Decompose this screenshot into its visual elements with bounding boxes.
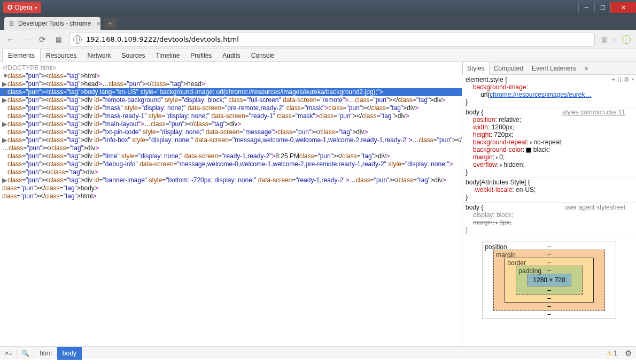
tab-elements[interactable]: Elements	[2, 49, 41, 62]
search-button[interactable]: 🔍	[17, 347, 34, 360]
console-toggle-button[interactable]: >≡	[0, 347, 17, 360]
box-model[interactable]: position– margin– border– padding– 1280 …	[462, 235, 636, 325]
selector-text: element.style {	[466, 76, 625, 83]
warnings-indicator[interactable]: ⚠1	[603, 350, 621, 357]
reload-button[interactable]: ⟳	[37, 35, 47, 44]
breadcrumb-body[interactable]: body	[57, 347, 82, 360]
dom-node[interactable]: class="pun"></class="tag">body>	[0, 184, 462, 192]
more-tabs-icon[interactable]: »	[580, 62, 593, 75]
dom-node[interactable]: class="pun"><class="tag">div id="debug-i…	[0, 160, 462, 168]
source-label: user agent stylesheet	[564, 204, 625, 211]
tab[interactable]: 🗎 Developer Tools - chrome ×	[4, 17, 100, 30]
tab-event-listeners[interactable]: Event Listeners	[528, 62, 580, 75]
color-swatch[interactable]	[526, 148, 531, 153]
settings-button[interactable]: ⚙	[621, 348, 636, 358]
dom-node[interactable]: ▶class="pun"><class="tag">div id="main-l…	[0, 120, 462, 128]
toggle-state-icon[interactable]: ⁞⁞	[617, 76, 622, 83]
toolbar: ← → ⟳ ▦ ▦ ♥ ↓	[0, 30, 636, 49]
status-bar: >≡ 🔍 html body ⚠1 ⚙	[0, 346, 636, 359]
chevron-down-icon: ▾	[35, 5, 37, 10]
new-rule-icon[interactable]: +	[611, 76, 615, 83]
warning-icon: ⚠	[607, 350, 612, 357]
box-dimensions: 1280 × 720	[527, 274, 571, 286]
source-link[interactable]: styles common.css:11	[562, 109, 625, 116]
close-button[interactable]: ✕	[610, 2, 636, 13]
chevron-icon[interactable]	[500, 164, 502, 167]
bookmarks-icon[interactable]: ▦	[601, 36, 607, 43]
dom-node[interactable]: ▶class="pun"><class="tag">head>…class="p…	[0, 80, 462, 88]
address-bar[interactable]	[69, 33, 595, 47]
tab-close-icon[interactable]: ×	[97, 20, 100, 28]
tab-resources[interactable]: Resources	[41, 49, 82, 62]
file-icon: 🗎	[9, 20, 15, 27]
selector-text: body[Attributes Style] {	[466, 179, 625, 186]
tab-network[interactable]: Network	[82, 49, 116, 62]
opera-icon: O	[7, 4, 12, 11]
tab-sources[interactable]: Sources	[116, 49, 150, 62]
dom-node[interactable]: class="pun"><class="tag">div id="time" s…	[0, 152, 462, 160]
dom-node[interactable]: ▼class="pun"><class="tag">html>	[0, 72, 462, 80]
tab-title: Developer Tools - chrome	[18, 20, 91, 27]
dom-doctype[interactable]: <!DOCTYPE html>	[0, 64, 462, 72]
toolbar-right: ▦ ♥ ↓	[601, 35, 631, 44]
devtools-split: <!DOCTYPE html>▼class="pun"><class="tag"…	[0, 62, 636, 346]
dom-node[interactable]: class="pun"><class="tag">div id="mask-re…	[0, 112, 462, 120]
styles-pane[interactable]: + ⁞⁞ ⚙ ▾ element.style { background-imag…	[462, 75, 636, 346]
maximize-button[interactable]: ☐	[594, 2, 610, 13]
sidebar-tabs: Styles Computed Event Listeners »	[462, 62, 636, 75]
heart-icon[interactable]: ♥	[612, 35, 617, 44]
tab-strip: 🗎 Developer Tools - chrome × +	[0, 15, 636, 30]
app-name: Opera	[14, 4, 32, 11]
tab-profiles[interactable]: Profiles	[185, 49, 217, 62]
chevron-icon	[496, 221, 498, 224]
dom-node[interactable]: class="pun"><class="tag">div id="mask" s…	[0, 104, 462, 112]
url-input[interactable]	[86, 35, 591, 43]
devtools-tab-bar: Elements Resources Network Sources Timel…	[0, 49, 636, 62]
dom-tree[interactable]: <!DOCTYPE html>▼class="pun"><class="tag"…	[0, 62, 462, 346]
titlebar: O Opera ▾ ─ ☐ ✕	[0, 0, 636, 15]
prop-name: background-image	[473, 83, 526, 91]
gear-icon[interactable]: ⚙	[624, 76, 630, 83]
speed-dial-button[interactable]: ▦	[53, 36, 63, 43]
styles-sidebar: Styles Computed Event Listeners » + ⁞⁞ ⚙…	[462, 62, 636, 346]
window-controls: ─ ☐ ✕	[578, 2, 636, 13]
back-button[interactable]: ←	[5, 35, 15, 44]
style-rule-body[interactable]: styles common.css:11 body { position: re…	[462, 107, 636, 177]
chevron-icon[interactable]	[496, 156, 498, 159]
dom-node[interactable]: …class="pun"></class="tag">div>	[0, 144, 462, 152]
url-link[interactable]: chrome://resources/images/eurek…	[490, 91, 591, 98]
rule-tools: + ⁞⁞ ⚙ ▾	[611, 76, 634, 83]
dom-node[interactable]: ▶class="pun"><class="tag">div id="info-b…	[0, 136, 462, 144]
dom-node[interactable]: ▶class="pun"><class="tag">div id="remote…	[0, 96, 462, 104]
chevron-icon[interactable]	[530, 141, 532, 144]
tab-computed[interactable]: Computed	[490, 62, 528, 75]
new-tab-button[interactable]: +	[104, 18, 117, 29]
dom-node[interactable]: class="pun"></class="tag">html>	[0, 192, 462, 200]
tab-console[interactable]: Console	[246, 49, 280, 62]
style-rule-ua[interactable]: user agent stylesheet body { display: bl…	[462, 203, 636, 235]
style-rule-element[interactable]: + ⁞⁞ ⚙ ▾ element.style { background-imag…	[462, 75, 636, 107]
dropdown-icon[interactable]: ▾	[632, 76, 634, 83]
tab-timeline[interactable]: Timeline	[150, 49, 185, 62]
download-icon[interactable]: ↓	[622, 35, 631, 44]
dom-node[interactable]: ▶class="pun"><class="tag">div id="banner…	[0, 176, 462, 184]
browser-window: O Opera ▾ ─ ☐ ✕ 🗎 Developer Tools - chro…	[0, 0, 636, 364]
style-rule-attr[interactable]: body[Attributes Style] { -webkit-locale:…	[462, 177, 636, 203]
dom-node-selected[interactable]: ▼class="pun"><class="tag">body lang="en-…	[0, 88, 462, 96]
breadcrumb-html[interactable]: html	[34, 347, 57, 360]
dom-node[interactable]: class="pun"></class="tag">div>	[0, 168, 462, 176]
forward-button[interactable]: →	[21, 35, 31, 44]
minimize-button[interactable]: ─	[578, 2, 594, 13]
globe-icon	[73, 35, 82, 44]
tab-audits[interactable]: Audits	[217, 49, 245, 62]
dom-node[interactable]: class="pun"><class="tag">div id="txt-pin…	[0, 128, 462, 136]
tab-styles[interactable]: Styles	[462, 62, 490, 75]
opera-menu-button[interactable]: O Opera ▾	[3, 2, 41, 13]
